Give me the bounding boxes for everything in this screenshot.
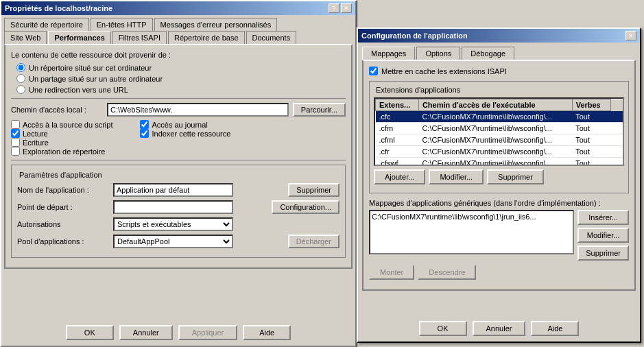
tab-options[interactable]: Options bbox=[416, 47, 460, 60]
config-close-btn[interactable]: ✕ bbox=[625, 31, 636, 40]
cb-write: Écriture bbox=[11, 138, 112, 147]
config-window: Configuration de l'application ✕ Mappage… bbox=[357, 27, 641, 343]
delete-app-button[interactable]: Supprimer bbox=[288, 183, 339, 197]
app-params-title: Paramètres d'application bbox=[17, 171, 104, 179]
extensions-title: Extensions d'applications bbox=[374, 86, 462, 94]
cb-explore-input[interactable] bbox=[11, 147, 20, 156]
source-label: Le contenu de cette ressource doit prove… bbox=[11, 51, 346, 59]
generic-label: Mappages d'applications génériques (dans… bbox=[369, 199, 629, 207]
extensions-group: Extensions d'applications Extens... Chem… bbox=[369, 81, 629, 193]
pool-label: Pool d'applications : bbox=[17, 237, 113, 246]
help-btn[interactable]: ? bbox=[329, 3, 339, 13]
up-button[interactable]: Monter bbox=[369, 265, 414, 280]
tab-website[interactable]: Site Web bbox=[4, 31, 47, 44]
insert-btn[interactable]: Insérer... bbox=[577, 210, 629, 225]
main-title: Propriétés de localhost/racine bbox=[5, 4, 112, 12]
checkboxes-right: Accès au journal Indexer cette ressource bbox=[140, 120, 230, 156]
config-button[interactable]: Configuration... bbox=[272, 200, 339, 214]
config-ok-button[interactable]: OK bbox=[419, 321, 467, 336]
radio-local: Un répertoire situé sur cet ordinateur bbox=[16, 63, 346, 72]
col-ext: Extens... bbox=[376, 99, 419, 111]
table-row[interactable]: .cfm C:\CFusionMX7\runtime\lib\wsconfig\… bbox=[376, 123, 623, 134]
cb-read-input[interactable] bbox=[11, 129, 20, 138]
edit-generic-btn[interactable]: Modifier... bbox=[577, 228, 629, 243]
config-tab-content: Mettre en cache les extensions ISAPI Ext… bbox=[362, 60, 636, 291]
cb-script-access: Accès à la source du script bbox=[11, 120, 112, 129]
cb-index: Indexer cette ressource bbox=[140, 129, 230, 138]
radio-share: Un partage situé sur un autre ordinateur bbox=[16, 74, 346, 83]
extensions-table: Extens... Chemin d'accès de l'exécutable… bbox=[375, 99, 623, 166]
radio-group: Un répertoire situé sur cet ordinateur U… bbox=[16, 63, 346, 94]
table-row[interactable]: .cfml C:\CFusionMX7\runtime\lib\wsconfig… bbox=[376, 134, 623, 146]
config-help-button[interactable]: Aide bbox=[531, 321, 579, 336]
table-row[interactable]: .cfc C:\CFusionMX7\runtime\lib\wsconfig\… bbox=[376, 111, 623, 123]
auth-select[interactable]: Scripts et exécutables bbox=[113, 217, 233, 231]
pool-select[interactable]: DefaultAppPool bbox=[113, 235, 233, 248]
start-point-label: Point de départ : bbox=[17, 203, 113, 211]
table-row[interactable]: .cfswf C:\CFusionMX7\runtime\lib\wsconfi… bbox=[376, 158, 623, 167]
radio-redirect: Une redirection vers une URL bbox=[16, 85, 346, 94]
col-verbs: Verbes bbox=[572, 99, 610, 111]
ok-button[interactable]: OK bbox=[66, 325, 114, 340]
local-path-label: Chemin d'accès local : bbox=[11, 106, 107, 114]
tabs-row-2: Site Web Performances Filtres ISAPI Répe… bbox=[1, 31, 355, 44]
local-path-row: Chemin d'accès local : Parcourir... bbox=[11, 103, 346, 117]
extensions-table-container[interactable]: Extens... Chemin d'accès de l'exécutable… bbox=[374, 97, 624, 166]
main-content: Le contenu de cette ressource doit prove… bbox=[4, 44, 353, 269]
app-name-input[interactable] bbox=[113, 183, 233, 197]
tab-debug[interactable]: Débogage bbox=[462, 47, 514, 60]
delete-ext-button[interactable]: Supprimer bbox=[487, 169, 544, 184]
apply-button[interactable]: Appliquer bbox=[178, 325, 237, 340]
cb-read: Lecture bbox=[11, 129, 112, 138]
checkboxes-left: Accès à la source du script Lecture Écri… bbox=[11, 120, 112, 156]
auth-label: Autorisations bbox=[17, 220, 113, 228]
isapi-checkbox-input[interactable] bbox=[369, 67, 378, 75]
radio-redirect-input[interactable] bbox=[16, 85, 25, 94]
generic-area: C:\CFusionMX7\runtime\lib\wsconfig\1\jru… bbox=[369, 210, 629, 261]
config-cancel-button[interactable]: Annuler bbox=[473, 321, 526, 336]
cancel-button[interactable]: Annuler bbox=[119, 325, 173, 340]
col-path: Chemin d'accès de l'exécutable bbox=[418, 99, 572, 111]
delete-generic-btn[interactable]: Supprimer bbox=[577, 246, 629, 261]
edit-ext-button[interactable]: Modifier... bbox=[429, 169, 484, 184]
tab-performances[interactable]: Performances bbox=[48, 31, 110, 44]
main-bottom-buttons: OK Annuler Appliquer Aide bbox=[1, 320, 355, 346]
cb-index-input[interactable] bbox=[140, 129, 149, 138]
local-path-input[interactable] bbox=[107, 103, 289, 117]
app-name-row: Nom de l'application : Supprimer bbox=[17, 183, 339, 197]
table-header-row: Extens... Chemin d'accès de l'exécutable… bbox=[376, 99, 623, 111]
table-row[interactable]: .cfr C:\CFusionMX7\runtime\lib\wsconfig\… bbox=[376, 146, 623, 158]
tab-documents[interactable]: Documents bbox=[246, 31, 297, 44]
start-point-input[interactable] bbox=[113, 200, 233, 214]
app-name-label: Nom de l'application : bbox=[17, 186, 113, 194]
browse-button[interactable]: Parcourir... bbox=[293, 103, 346, 117]
auth-row: Autorisations Scripts et exécutables bbox=[17, 217, 339, 231]
cb-log-input[interactable] bbox=[140, 120, 149, 129]
tab-security[interactable]: Sécurité de répertoire bbox=[4, 18, 89, 31]
tab-mappages[interactable]: Mappages bbox=[362, 47, 415, 60]
move-buttons: Monter Descendre bbox=[369, 265, 629, 280]
cb-explore: Exploration de répertoire bbox=[11, 147, 112, 156]
cb-script-input[interactable] bbox=[11, 120, 20, 129]
tab-base-directory[interactable]: Répertoire de base bbox=[168, 31, 245, 44]
cb-write-input[interactable] bbox=[11, 138, 20, 147]
close-btn[interactable]: ✕ bbox=[341, 3, 352, 13]
tab-http-headers[interactable]: En-têtes HTTP bbox=[91, 18, 153, 31]
main-window: Propriétés de localhost/racine ? ✕ Sécur… bbox=[0, 0, 357, 347]
radio-share-input[interactable] bbox=[16, 74, 25, 83]
help-button[interactable]: Aide bbox=[243, 325, 291, 340]
tab-error-messages[interactable]: Messages d'erreur personnalisés bbox=[154, 18, 278, 31]
config-tabs: Mappages Options Débogage bbox=[362, 47, 636, 60]
config-title-bar: Configuration de l'application ✕ bbox=[358, 29, 640, 43]
title-controls: ? ✕ bbox=[329, 3, 352, 13]
generic-side-buttons: Insérer... Modifier... Supprimer bbox=[577, 210, 629, 261]
isapi-checkbox-row: Mettre en cache les extensions ISAPI bbox=[369, 67, 629, 75]
down-button[interactable]: Descendre bbox=[418, 265, 476, 280]
ext-buttons: Ajouter... Modifier... Supprimer bbox=[374, 169, 624, 184]
generic-list[interactable]: C:\CFusionMX7\runtime\lib\wsconfig\1\jru… bbox=[369, 210, 574, 254]
config-bottom-buttons: OK Annuler Aide bbox=[358, 321, 640, 336]
unload-button[interactable]: Décharger bbox=[288, 235, 339, 248]
add-ext-button[interactable]: Ajouter... bbox=[374, 169, 425, 184]
radio-local-input[interactable] bbox=[16, 63, 25, 72]
tab-isapi[interactable]: Filtres ISAPI bbox=[112, 31, 167, 44]
